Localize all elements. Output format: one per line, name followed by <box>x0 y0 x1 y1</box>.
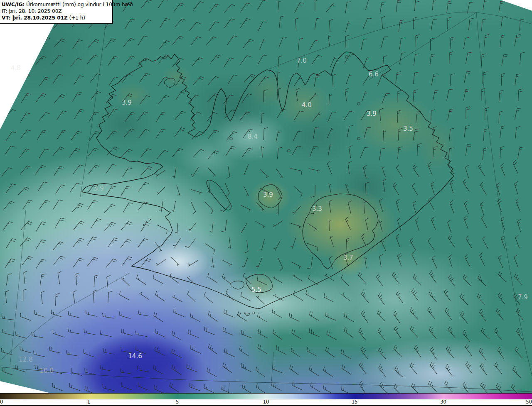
valid-time: VT: þri. 28.10.2025 01Z <box>2 15 68 21</box>
wind-barb <box>450 201 454 213</box>
wind-barb <box>466 362 472 374</box>
wind-barb <box>5 259 15 268</box>
wind-barb <box>274 241 281 251</box>
colorbar-gradient <box>0 393 532 399</box>
wind-barb <box>155 329 165 337</box>
wind-barb <box>500 126 505 138</box>
wind-barb <box>208 151 219 159</box>
graticule-meridian-left <box>80 0 109 199</box>
wind-barb <box>483 148 488 160</box>
wind-barb <box>240 223 247 233</box>
wind-barb <box>256 384 266 393</box>
wind-barb <box>444 289 451 301</box>
wind-barb <box>433 90 439 101</box>
wind-barb <box>256 367 265 377</box>
wind-barb <box>501 73 505 86</box>
wind-barb <box>138 311 150 316</box>
wind-barb <box>294 77 301 86</box>
wind-barb <box>396 0 401 12</box>
wind-barb <box>379 254 383 267</box>
precip-value-label: 12.8 <box>19 356 32 363</box>
wind-barb <box>307 347 317 356</box>
wind-barb <box>258 55 267 64</box>
model-variable: Úrkomumætti (mm) og vindur i 100m hæð <box>25 2 133 7</box>
wind-barb <box>137 366 149 372</box>
wind-barb <box>170 273 179 284</box>
wind-barb <box>174 308 184 317</box>
wind-barb <box>498 199 501 212</box>
wind-barb <box>222 386 232 393</box>
wind-barb <box>107 147 118 155</box>
wind-barb <box>264 90 267 102</box>
wind-barb <box>34 310 45 317</box>
wind-barb <box>72 203 84 212</box>
wind-barb <box>240 56 251 65</box>
wind-barb <box>341 349 350 359</box>
wind-barb <box>258 313 267 322</box>
wind-barb <box>177 186 180 196</box>
wind-barb <box>84 329 96 335</box>
wind-barb <box>244 74 255 82</box>
precip-value-label: 7.0 <box>297 57 307 64</box>
wind-barb <box>108 56 118 66</box>
wind-barb <box>394 384 402 393</box>
graticule-meridian-right <box>476 12 532 376</box>
wind-barb <box>54 39 66 47</box>
wind-barb <box>157 187 165 195</box>
wind-barb <box>414 17 418 29</box>
wind-barb <box>74 109 84 119</box>
wind-barb <box>392 272 399 284</box>
wind-barb <box>40 274 45 286</box>
wind-barb <box>308 223 317 231</box>
wind-barb <box>291 223 301 228</box>
wind-barb <box>224 5 235 13</box>
calm-wind-circle <box>345 56 348 58</box>
wind-barb <box>446 346 453 357</box>
wind-barb <box>278 258 283 271</box>
wind-barb <box>87 257 98 266</box>
wind-barb <box>34 351 45 357</box>
wind-barb <box>157 150 168 159</box>
wind-barb <box>2 168 12 176</box>
wind-barb <box>344 327 353 338</box>
wind-barb <box>244 186 249 196</box>
wind-barb <box>20 238 31 247</box>
wind-barb <box>100 330 111 337</box>
wind-barb <box>20 346 31 353</box>
wind-barb <box>448 274 455 287</box>
wind-barb <box>175 223 178 234</box>
weather-map-figure: 4.83.97.06.64.03.93.58.45.93.93.33.75.57… <box>0 0 532 406</box>
wind-barb <box>58 271 61 284</box>
wind-barb <box>32 332 43 338</box>
wind-barb <box>159 201 163 212</box>
wind-barb <box>192 57 203 66</box>
colorbar-tick: 50 <box>526 399 532 405</box>
wind-barb <box>323 385 333 394</box>
wind-barb <box>73 39 83 49</box>
wind-barb <box>433 127 437 139</box>
wind-barb <box>258 344 267 354</box>
wind-barb <box>431 182 434 195</box>
wind-barb <box>209 22 219 31</box>
wind-barb <box>500 147 504 159</box>
wind-barb <box>279 16 284 28</box>
wind-barb <box>399 53 405 64</box>
wind-barb <box>190 22 200 30</box>
wind-barb <box>20 313 31 320</box>
wind-barb <box>259 77 269 86</box>
wind-barb <box>379 221 382 232</box>
wind-barb <box>93 290 97 303</box>
wind-barb <box>257 0 267 10</box>
wind-barb <box>413 129 419 140</box>
wind-barb <box>379 198 383 211</box>
wind-barb <box>24 271 27 284</box>
wind-barb <box>6 274 12 285</box>
wind-barb <box>105 222 116 230</box>
wind-barb <box>329 220 331 231</box>
wind-barb <box>138 239 148 248</box>
wind-barb <box>379 108 383 121</box>
wind-barb <box>260 39 266 49</box>
wind-barb <box>153 274 163 284</box>
wind-barb <box>431 74 437 86</box>
wind-barb <box>222 260 232 267</box>
